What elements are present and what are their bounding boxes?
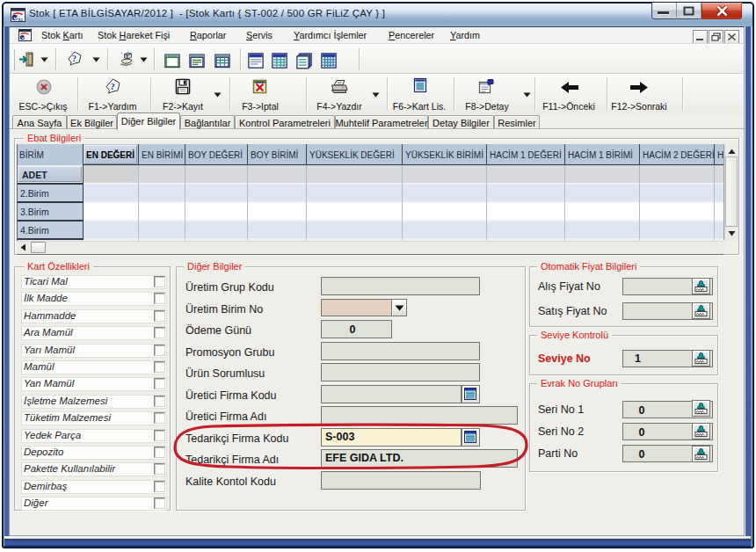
svg-text:?: ? (110, 81, 115, 91)
svg-text:?: ? (72, 54, 76, 63)
svg-text:ttc: ttc (18, 18, 24, 22)
